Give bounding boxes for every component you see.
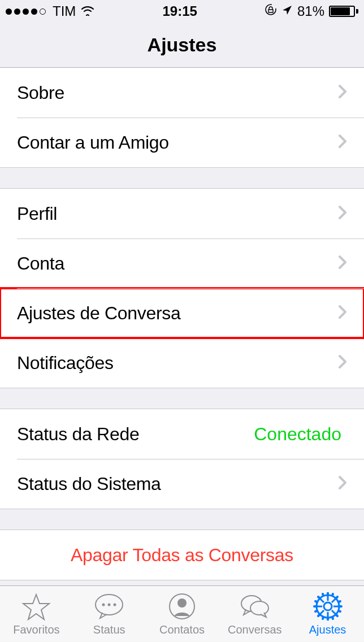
settings-list: Sobre Contar a um Amigo Perfil Conta Aju… <box>0 68 364 585</box>
svg-line-31 <box>323 617 323 619</box>
svg-point-4 <box>114 604 116 606</box>
svg-line-34 <box>339 601 340 602</box>
wifi-icon <box>80 3 95 19</box>
svg-line-29 <box>315 601 317 602</box>
row-label: Status da Rede <box>17 424 254 445</box>
svg-line-26 <box>336 597 337 598</box>
svg-line-33 <box>315 611 317 611</box>
tab-status[interactable]: Status <box>73 586 146 642</box>
row-label: Contar a um Amigo <box>17 132 338 153</box>
tab-label: Conversas <box>228 623 282 636</box>
row-label: Apagar Todas as Conversas <box>71 545 293 566</box>
tab-contatos[interactable]: Contatos <box>146 586 219 642</box>
tab-favoritos[interactable]: Favoritos <box>0 586 73 642</box>
tab-label: Status <box>93 623 125 636</box>
row-label: Conta <box>17 253 338 274</box>
chevron-right-icon <box>338 205 347 222</box>
svg-point-3 <box>108 604 111 606</box>
svg-line-27 <box>323 594 323 596</box>
status-right: 81% <box>265 3 358 19</box>
gear-icon <box>312 592 344 621</box>
page-title: Ajustes <box>148 34 217 56</box>
row-label: Ajustes de Conversa <box>17 303 338 324</box>
group-destructive: Apagar Todas as Conversas <box>0 530 364 580</box>
tab-conversas[interactable]: Conversas <box>218 586 291 642</box>
svg-line-24 <box>336 614 337 616</box>
row-value: Conectado <box>254 424 341 445</box>
rotation-lock-icon <box>265 3 277 19</box>
row-label: Sobre <box>17 83 338 103</box>
svg-point-6 <box>177 598 187 608</box>
svg-line-25 <box>318 614 320 616</box>
row-sobre[interactable]: Sobre <box>0 68 364 118</box>
status-time: 19:15 <box>162 3 197 19</box>
group-about: Sobre Contar a um Amigo <box>0 68 364 168</box>
tab-label: Contatos <box>159 623 205 636</box>
row-label: Perfil <box>17 203 338 224</box>
battery-percent: 81% <box>297 3 324 19</box>
status-bar: TIM 19:15 81% <box>0 0 364 23</box>
svg-line-28 <box>332 617 333 619</box>
speech-bubbles-icon <box>239 592 271 621</box>
svg-line-30 <box>339 611 340 611</box>
contact-icon <box>166 592 198 621</box>
status-left: TIM <box>6 3 95 19</box>
group-account: Perfil Conta Ajustes de Conversa Notific… <box>0 188 364 388</box>
chevron-right-icon <box>338 354 347 371</box>
speech-bubble-dots-icon <box>93 592 125 621</box>
chevron-right-icon <box>338 255 347 272</box>
carrier-label: TIM <box>53 3 76 19</box>
row-conta[interactable]: Conta <box>0 238 364 288</box>
row-status-rede[interactable]: Status da Rede Conectado <box>0 409 364 459</box>
svg-point-2 <box>102 604 105 606</box>
chevron-right-icon <box>338 305 347 322</box>
tab-label: Favoritos <box>13 623 59 636</box>
row-contar-amigo[interactable]: Contar a um Amigo <box>0 118 364 167</box>
svg-line-23 <box>318 597 320 598</box>
tab-bar: Favoritos Status Contatos Conversas <box>0 585 364 642</box>
chevron-right-icon <box>338 475 347 492</box>
svg-point-8 <box>250 601 268 615</box>
row-apagar-todas[interactable]: Apagar Todas as Conversas <box>0 530 364 580</box>
star-icon <box>20 592 52 621</box>
signal-strength-icon <box>6 8 46 15</box>
chevron-right-icon <box>338 84 347 101</box>
tab-ajustes[interactable]: Ajustes <box>291 586 364 642</box>
row-ajustes-conversa[interactable]: Ajustes de Conversa <box>0 288 364 338</box>
row-label: Status do Sistema <box>17 474 338 494</box>
svg-line-32 <box>332 594 333 596</box>
row-status-sistema[interactable]: Status do Sistema <box>0 459 364 509</box>
row-label: Notificações <box>17 353 338 374</box>
group-status: Status da Rede Conectado Status do Siste… <box>0 409 364 509</box>
svg-point-10 <box>324 602 332 610</box>
battery-icon <box>329 6 358 17</box>
row-notificacoes[interactable]: Notificações <box>0 338 364 388</box>
chevron-right-icon <box>338 134 347 151</box>
location-icon <box>281 3 293 19</box>
tab-label: Ajustes <box>309 623 346 636</box>
row-perfil[interactable]: Perfil <box>0 189 364 238</box>
nav-bar: Ajustes <box>0 23 364 68</box>
